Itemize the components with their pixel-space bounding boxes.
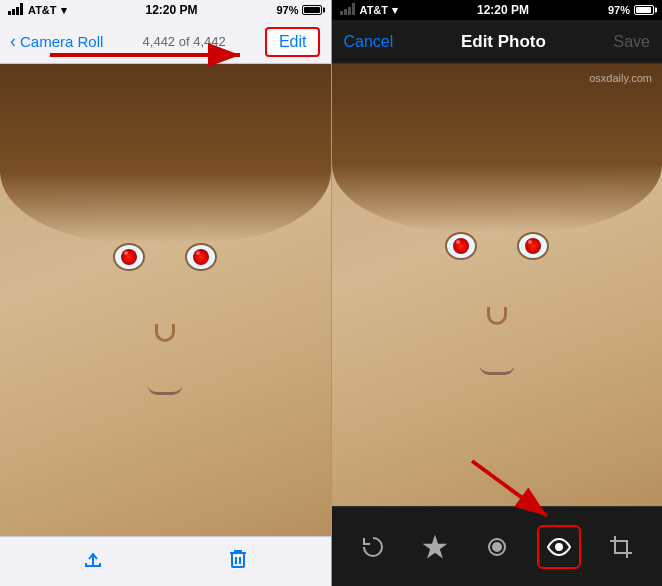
crop-tool[interactable] bbox=[599, 525, 643, 569]
right-mouth bbox=[479, 365, 514, 375]
right-bottom-bar bbox=[332, 506, 663, 586]
svg-point-16 bbox=[493, 543, 501, 551]
left-eye bbox=[113, 243, 145, 271]
left-pupil bbox=[121, 249, 137, 265]
left-battery-area: 97% bbox=[276, 4, 322, 16]
share-button[interactable] bbox=[81, 547, 105, 577]
right-carrier-area: AT&T ▾ bbox=[340, 3, 399, 17]
svg-rect-12 bbox=[348, 7, 351, 15]
right-wifi-icon: ▾ bbox=[392, 4, 398, 17]
left-photo bbox=[0, 64, 331, 536]
right-eyes bbox=[445, 232, 549, 260]
redeye-active-tool[interactable] bbox=[537, 525, 581, 569]
svg-marker-14 bbox=[425, 537, 445, 557]
svg-rect-1 bbox=[12, 9, 15, 15]
svg-rect-7 bbox=[232, 553, 244, 567]
rotate-tool[interactable] bbox=[351, 525, 395, 569]
left-carrier: AT&T ▾ bbox=[8, 3, 67, 17]
back-button[interactable]: ‹ Camera Roll bbox=[10, 31, 103, 52]
redeye-off-tool[interactable] bbox=[475, 525, 519, 569]
back-chevron-icon: ‹ bbox=[10, 31, 16, 52]
right-photo-area bbox=[332, 64, 663, 506]
left-signal bbox=[8, 3, 24, 17]
left-battery-icon bbox=[302, 5, 322, 15]
svg-rect-11 bbox=[344, 9, 347, 15]
trash-button[interactable] bbox=[227, 547, 249, 577]
svg-point-17 bbox=[556, 544, 562, 550]
watermark: osxdaily.com bbox=[589, 72, 652, 84]
left-status-bar: AT&T ▾ 12:20 PM 97% bbox=[0, 0, 331, 20]
right-battery-icon bbox=[634, 5, 654, 15]
left-carrier-label: AT&T bbox=[28, 4, 57, 16]
right-right-eye bbox=[517, 232, 549, 260]
svg-rect-0 bbox=[8, 11, 11, 15]
left-wifi-icon: ▾ bbox=[61, 4, 67, 17]
eyes bbox=[113, 243, 217, 271]
right-carrier-label: AT&T bbox=[360, 4, 389, 16]
left-battery-pct: 97% bbox=[276, 4, 298, 16]
right-pupil bbox=[193, 249, 209, 265]
svg-rect-10 bbox=[340, 11, 343, 15]
right-nav-bar: Cancel Edit Photo Save bbox=[332, 20, 663, 64]
save-button[interactable]: Save bbox=[614, 33, 650, 51]
svg-rect-3 bbox=[20, 3, 23, 15]
enhance-tool[interactable] bbox=[413, 525, 457, 569]
right-left-pupil bbox=[453, 238, 469, 254]
right-battery-pct: 97% bbox=[608, 4, 630, 16]
svg-rect-13 bbox=[352, 3, 355, 15]
left-panel: AT&T ▾ 12:20 PM 97% ‹ Camera Roll 4,442 … bbox=[0, 0, 331, 586]
right-left-eye bbox=[445, 232, 477, 260]
edit-button[interactable]: Edit bbox=[265, 27, 321, 57]
back-label: Camera Roll bbox=[20, 33, 103, 50]
left-photo-area bbox=[0, 64, 331, 536]
photo-count: 4,442 of 4,442 bbox=[143, 34, 226, 49]
cancel-button[interactable]: Cancel bbox=[344, 33, 394, 51]
mouth bbox=[148, 385, 183, 395]
right-photo-content bbox=[332, 64, 663, 506]
right-photo bbox=[332, 64, 663, 506]
right-right-pupil bbox=[525, 238, 541, 254]
right-battery-area: 97% bbox=[608, 4, 654, 16]
right-time: 12:20 PM bbox=[477, 3, 529, 17]
right-eye bbox=[185, 243, 217, 271]
edit-photo-title: Edit Photo bbox=[461, 32, 546, 52]
left-nav-bar: ‹ Camera Roll 4,442 of 4,442 Edit bbox=[0, 20, 331, 64]
svg-rect-2 bbox=[16, 7, 19, 15]
right-signal bbox=[340, 3, 356, 17]
left-bottom-bar bbox=[0, 536, 331, 586]
left-time: 12:20 PM bbox=[145, 3, 197, 17]
right-status-bar: AT&T ▾ 12:20 PM 97% bbox=[332, 0, 663, 20]
right-panel: AT&T ▾ 12:20 PM 97% Cancel Edit Photo Sa… bbox=[332, 0, 663, 586]
